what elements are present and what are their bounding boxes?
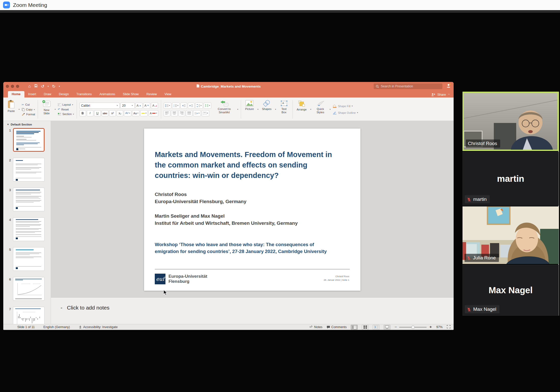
bullets-button[interactable]: ▾	[164, 103, 171, 109]
smartart-caret-icon[interactable]: ▾	[237, 108, 238, 110]
highlight-button[interactable]: ▾	[140, 110, 148, 116]
slide-thumbnail-2[interactable]	[13, 158, 45, 181]
search-in-presentation[interactable]: Search in Presentation	[374, 83, 442, 89]
section-header[interactable]: ▼ Default Section	[3, 123, 51, 126]
slide-thumbnail-6[interactable]	[13, 277, 45, 301]
font-color-button[interactable]: A▾	[148, 110, 158, 116]
italic-button[interactable]: I	[87, 110, 93, 116]
tab-slideshow[interactable]: Slide Show	[119, 91, 143, 97]
font-name-select[interactable]: Calibri▾	[79, 103, 120, 109]
quick-styles-caret-icon[interactable]: ▾	[330, 108, 331, 110]
slide-thumbnail-5[interactable]	[13, 247, 45, 271]
numbering-button[interactable]: 123▾	[172, 103, 180, 109]
picture-caret-icon[interactable]: ▾	[257, 108, 258, 110]
maximize-button[interactable]	[16, 85, 19, 88]
grow-font-button[interactable]: A▲	[135, 103, 143, 109]
save-icon[interactable]	[34, 84, 38, 89]
zoom-out-button[interactable]: −	[395, 325, 397, 329]
character-spacing-button[interactable]: AV▾	[124, 110, 131, 116]
slide-editor[interactable]: Markets and Movements. Freedom of Moveme…	[144, 129, 360, 291]
new-slide-button[interactable]: New Slide	[40, 99, 53, 120]
shapes-button[interactable]: Shapes	[260, 99, 273, 120]
reading-view-button[interactable]	[373, 325, 380, 330]
increase-indent-button[interactable]	[188, 103, 194, 109]
quick-styles-button[interactable]: Quick Styles	[313, 99, 328, 120]
slide-thumbnail-4[interactable]	[13, 217, 45, 241]
subscript-button[interactable]: x₂	[117, 110, 123, 116]
account-avatar-icon[interactable]	[446, 83, 451, 89]
clear-formatting-button[interactable]: A◢	[151, 103, 158, 109]
change-case-button[interactable]: Aa▾	[132, 110, 139, 116]
shape-fill-button[interactable]: Shape Fill▾	[333, 104, 358, 108]
zoom-slider-thumb[interactable]	[411, 326, 415, 329]
tab-animations[interactable]: Animations	[96, 91, 119, 97]
undo-caret-icon[interactable]: ▾	[48, 85, 49, 88]
slide-thumbnail-1[interactable]	[13, 128, 45, 152]
close-button[interactable]	[6, 85, 9, 88]
paste-button[interactable]: Paste	[6, 99, 17, 120]
shrink-font-button[interactable]: A▼	[143, 103, 150, 109]
notes-toggle[interactable]: Notes	[309, 325, 323, 329]
section-button[interactable]: Section▾	[58, 113, 74, 116]
line-spacing-button[interactable]: ▾	[195, 103, 203, 109]
justify-button[interactable]	[186, 110, 192, 116]
home-icon[interactable]: ⌂	[28, 84, 31, 89]
align-right-button[interactable]	[178, 110, 185, 116]
align-text-button[interactable]: ▾	[202, 110, 209, 116]
align-left-button[interactable]	[164, 110, 170, 116]
new-slide-caret-icon[interactable]: ▾	[55, 108, 56, 110]
arrange-button[interactable]: Arrange	[295, 99, 308, 120]
slide-thumbnail-3[interactable]	[13, 188, 45, 211]
bold-button[interactable]: B	[79, 110, 86, 116]
notes-pane[interactable]: - Click to add notes	[51, 297, 454, 324]
undo-icon[interactable]: ↺	[41, 84, 44, 89]
comments-toggle[interactable]: Comments	[327, 325, 347, 329]
paste-caret-icon[interactable]: ▾	[19, 108, 20, 110]
align-center-button[interactable]	[171, 110, 178, 116]
zoom-percentage[interactable]: 97%	[436, 325, 443, 329]
slideshow-button[interactable]	[384, 325, 390, 330]
tab-review[interactable]: Review	[143, 91, 161, 97]
copy-button[interactable]: Copy▾	[22, 108, 35, 111]
superscript-button[interactable]: x²	[109, 110, 116, 116]
fit-to-window-button[interactable]	[447, 325, 451, 329]
text-direction-button[interactable]: A▾	[193, 110, 201, 116]
redo-icon[interactable]: ↻	[52, 84, 55, 89]
quick-access-caret-icon[interactable]: ▾	[59, 85, 60, 88]
convert-smartart-button[interactable]: Convert to SmartArt	[213, 99, 235, 120]
textbox-button[interactable]: A Text Box	[278, 99, 290, 120]
layout-button[interactable]: Layout▾	[58, 103, 74, 106]
language-status[interactable]: English (Germany)	[44, 325, 70, 329]
underline-button[interactable]: U	[94, 110, 101, 116]
participant-tile-martin[interactable]: martin martin	[463, 152, 559, 206]
participant-tile-christof[interactable]: Christof Roos	[463, 92, 559, 151]
decrease-indent-button[interactable]	[180, 103, 187, 109]
slide-counter[interactable]: Slide 1 of 11	[17, 325, 35, 329]
tab-home[interactable]: Home	[8, 91, 24, 97]
zoom-slider[interactable]	[399, 327, 427, 328]
share-button[interactable]: Share ⌃	[431, 93, 450, 96]
tab-insert[interactable]: Insert	[24, 91, 40, 97]
tab-draw[interactable]: Draw	[40, 91, 55, 97]
strikethrough-button[interactable]: abc	[102, 110, 109, 116]
cut-button[interactable]: ✂Cut	[22, 103, 35, 106]
normal-view-button[interactable]	[351, 325, 358, 330]
minimize-button[interactable]	[11, 85, 14, 88]
slide-thumbnail-7[interactable]	[13, 307, 45, 324]
shapes-caret-icon[interactable]: ▾	[275, 108, 276, 110]
tab-view[interactable]: View	[161, 91, 175, 97]
reset-button[interactable]: ↶Reset	[58, 108, 74, 111]
arrange-caret-icon[interactable]: ▾	[310, 108, 311, 110]
participant-tile-julia[interactable]: Julia Rone	[463, 206, 559, 264]
collapse-ribbon-icon[interactable]: ⌃	[448, 93, 450, 96]
format-painter-button[interactable]: Format	[22, 113, 35, 116]
font-size-select[interactable]: 20▾	[120, 103, 135, 109]
participant-tile-max[interactable]: Max Nagel Max Nagel	[463, 265, 559, 316]
tab-design[interactable]: Design	[55, 91, 73, 97]
zoom-in-button[interactable]: ✦	[429, 325, 432, 329]
accessibility-status[interactable]: Accessibility: Investigate	[79, 325, 118, 329]
picture-button[interactable]: Picture	[244, 99, 255, 120]
slide-sorter-button[interactable]	[362, 325, 369, 330]
shape-outline-button[interactable]: Shape Outline▾	[333, 111, 358, 115]
columns-button[interactable]: ▾	[204, 103, 211, 109]
